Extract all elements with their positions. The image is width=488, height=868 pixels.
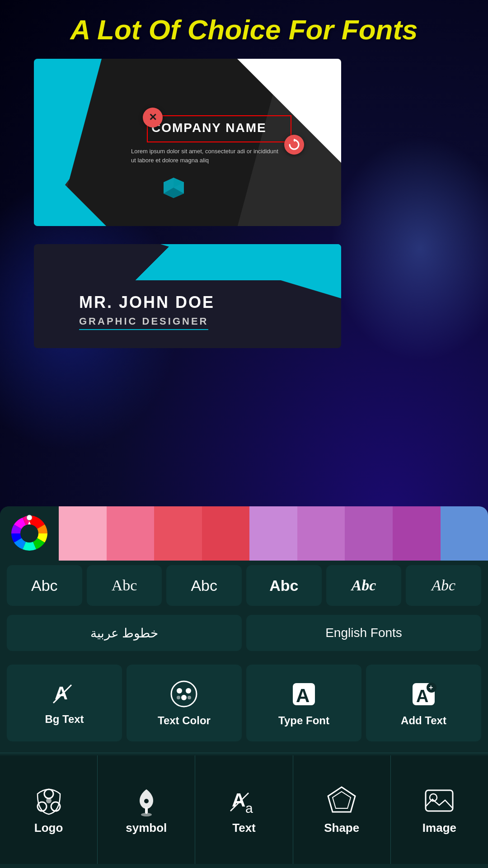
english-fonts-button[interactable]: English Fonts — [246, 615, 481, 651]
text-nav-icon: A a — [228, 785, 260, 816]
svg-point-10 — [186, 688, 191, 693]
font-row: Abc Abc Abc Abc Abc Abc — [0, 561, 488, 610]
delete-button[interactable]: ✕ — [143, 108, 163, 127]
font-label-2: Abc — [112, 577, 137, 594]
language-row: خطوط عربية English Fonts — [0, 610, 488, 656]
swatch-1[interactable] — [59, 506, 107, 561]
svg-point-26 — [141, 813, 152, 816]
svg-point-24 — [144, 799, 149, 803]
nav-logo-label: Logo — [34, 821, 63, 835]
color-swatches — [59, 506, 488, 561]
add-text-label: Add Text — [401, 714, 446, 727]
image-icon — [423, 785, 455, 816]
text-color-label: Text Color — [158, 714, 211, 727]
swatch-9[interactable] — [441, 506, 488, 561]
card1-logo-icon — [161, 175, 186, 200]
lorem-text: Lorem ipsum dolor sit amet, consectetur … — [131, 147, 285, 165]
nav-logo-button[interactable]: Logo — [0, 755, 98, 864]
add-text-button[interactable]: A + Add Text — [366, 665, 481, 741]
font-btn-3[interactable]: Abc — [166, 565, 242, 606]
text-color-icon — [169, 679, 199, 709]
tools-row: A Bg Text Text Color A Type Font — [0, 660, 488, 746]
nav-image-label: Image — [422, 821, 456, 835]
bg-text-button[interactable]: A Bg Text — [7, 665, 122, 741]
add-text-icon: A + — [409, 679, 438, 709]
nav-symbol-button[interactable]: symbol — [98, 755, 195, 864]
type-font-label: Type Font — [278, 714, 329, 727]
card2-name: MR. JOHN DOE — [79, 293, 215, 312]
swatch-5[interactable] — [249, 506, 297, 561]
font-label-1: Abc — [31, 577, 58, 594]
color-wheel-icon — [9, 513, 50, 554]
font-label-6: Abc — [432, 577, 455, 594]
bottom-nav: Logo symbol A a Text — [0, 753, 488, 866]
svg-point-12 — [177, 696, 180, 699]
symbol-icon — [131, 785, 162, 816]
swatch-4[interactable] — [202, 506, 250, 561]
svg-text:+: + — [429, 684, 433, 691]
nav-shape-label: Shape — [324, 821, 359, 835]
nav-text-button[interactable]: A a Text — [195, 755, 293, 864]
card2-title: GRAPHIC DESIGNER — [79, 316, 208, 330]
svg-text:A: A — [416, 687, 428, 706]
svg-rect-32 — [426, 790, 453, 811]
svg-point-9 — [177, 688, 182, 693]
nav-text-label: Text — [232, 821, 256, 835]
swatch-8[interactable] — [393, 506, 441, 561]
bg-text-label: Bg Text — [45, 713, 84, 726]
font-label-4: Abc — [269, 577, 298, 594]
arabic-fonts-button[interactable]: خطوط عربية — [7, 615, 242, 651]
business-card-2[interactable]: MR. JOHN DOE GRAPHIC DESIGNER — [34, 244, 341, 348]
color-wheel-button[interactable] — [0, 506, 59, 561]
svg-point-4 — [27, 515, 32, 520]
nav-symbol-label: symbol — [126, 821, 167, 835]
shape-icon — [326, 785, 357, 816]
x-icon: ✕ — [149, 112, 157, 123]
svg-text:a: a — [245, 801, 253, 816]
arabic-fonts-label: خطوط عربية — [90, 626, 159, 641]
bg-text-icon: A — [51, 680, 78, 708]
font-label-5: Abc — [352, 577, 376, 594]
font-btn-4[interactable]: Abc — [246, 565, 322, 606]
svg-point-3 — [20, 524, 38, 542]
nav-shape-button[interactable]: Shape — [293, 755, 391, 864]
font-btn-1[interactable]: Abc — [7, 565, 82, 606]
swatch-3[interactable] — [154, 506, 202, 561]
font-btn-6[interactable]: Abc — [406, 565, 481, 606]
svg-point-13 — [188, 696, 191, 699]
svg-point-8 — [171, 681, 197, 707]
font-btn-2[interactable]: Abc — [87, 565, 162, 606]
svg-point-11 — [181, 695, 187, 700]
rotate-button[interactable] — [284, 135, 304, 155]
text-color-button[interactable]: Text Color — [127, 665, 242, 741]
svg-rect-25 — [145, 807, 148, 814]
type-font-button[interactable]: A Type Font — [246, 665, 361, 741]
swatch-2[interactable] — [107, 506, 155, 561]
company-name-text: COMPANY NAME — [151, 121, 267, 135]
bg-glow-right — [330, 136, 488, 362]
color-picker-row — [0, 506, 488, 561]
font-label-3: Abc — [191, 577, 217, 594]
english-fonts-label: English Fonts — [325, 626, 402, 640]
svg-point-23 — [46, 798, 52, 803]
bottom-panel: Abc Abc Abc Abc Abc Abc خطوط عربية Engli… — [0, 506, 488, 868]
type-font-icon: A — [289, 679, 319, 709]
swatch-7[interactable] — [345, 506, 393, 561]
swatch-6[interactable] — [297, 506, 345, 561]
svg-text:A: A — [296, 685, 310, 706]
rotate-icon — [288, 138, 300, 151]
main-title: A Lot Of Choice For Fonts — [0, 14, 488, 46]
svg-point-20 — [44, 789, 53, 798]
logo-icon — [33, 785, 65, 816]
font-btn-5[interactable]: Abc — [326, 565, 402, 606]
svg-marker-31 — [333, 792, 351, 808]
nav-image-button[interactable]: Image — [391, 755, 488, 864]
